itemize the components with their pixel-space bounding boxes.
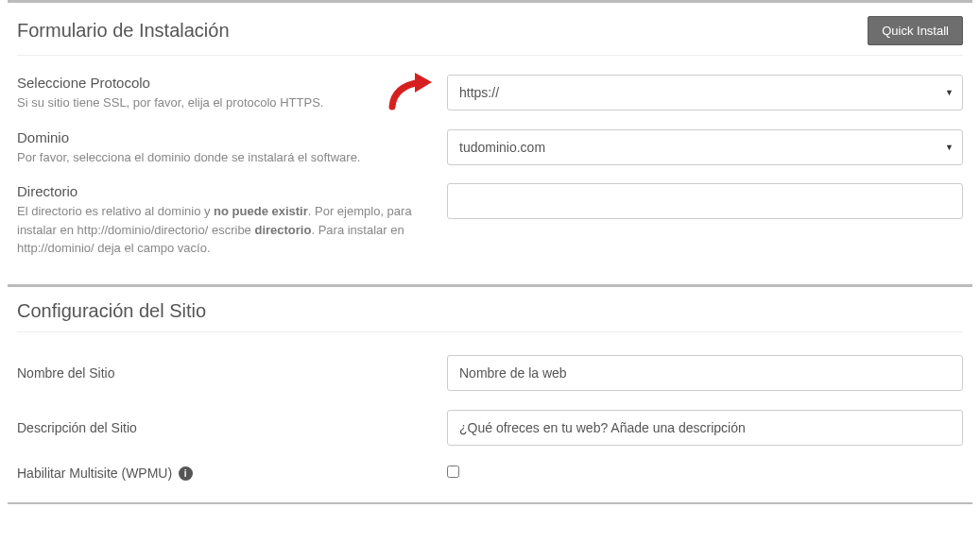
site-desc-input[interactable] xyxy=(447,410,963,446)
site-desc-row: Descripción del Sitio xyxy=(17,410,963,446)
protocol-help: Si su sitio tiene SSL, por favor, elija … xyxy=(17,93,428,112)
domain-row: Dominio Por favor, selecciona el dominio… xyxy=(17,129,963,167)
domain-help: Por favor, selecciona el dominio donde s… xyxy=(17,148,428,167)
bottom-divider xyxy=(8,502,972,504)
directory-help-text: El directorio es relativo al dominio y xyxy=(17,204,214,218)
domain-label: Dominio xyxy=(17,129,428,145)
directory-help: El directorio es relativo al dominio y n… xyxy=(17,202,428,258)
info-icon[interactable]: i xyxy=(179,466,193,481)
directory-help-bold1: no puede existir xyxy=(214,204,308,218)
quick-install-button[interactable]: Quick Install xyxy=(868,16,963,45)
multisite-label: Habilitar Multisite (WPMU) xyxy=(17,466,172,481)
site-config-title: Configuración del Sitio xyxy=(17,300,206,322)
domain-select[interactable]: tudominio.com xyxy=(447,129,963,165)
directory-help-bold2: directorio xyxy=(254,223,311,237)
site-config-header: Configuración del Sitio xyxy=(17,287,963,332)
site-name-label: Nombre del Sitio xyxy=(17,365,428,381)
protocol-label: Seleccione Protocolo xyxy=(17,75,428,91)
site-desc-label: Descripción del Sitio xyxy=(17,420,428,435)
multisite-row: Habilitar Multisite (WPMU) i xyxy=(17,465,963,482)
protocol-select[interactable]: https:// xyxy=(447,75,963,110)
multisite-checkbox[interactable] xyxy=(447,466,459,478)
install-form-title: Formulario de Instalación xyxy=(17,20,230,42)
protocol-row: Seleccione Protocolo Si su sitio tiene S… xyxy=(17,75,963,112)
site-config-section: Configuración del Sitio Nombre del Sitio… xyxy=(0,287,980,482)
directory-row: Directorio El directorio es relativo al … xyxy=(17,183,963,258)
directory-label: Directorio xyxy=(17,183,428,199)
install-form-header: Formulario de Instalación Quick Install xyxy=(17,3,963,56)
install-form-section: Formulario de Instalación Quick Install … xyxy=(0,3,980,258)
site-name-row: Nombre del Sitio xyxy=(17,355,963,391)
site-name-input[interactable] xyxy=(447,355,963,391)
directory-input[interactable] xyxy=(447,183,963,219)
